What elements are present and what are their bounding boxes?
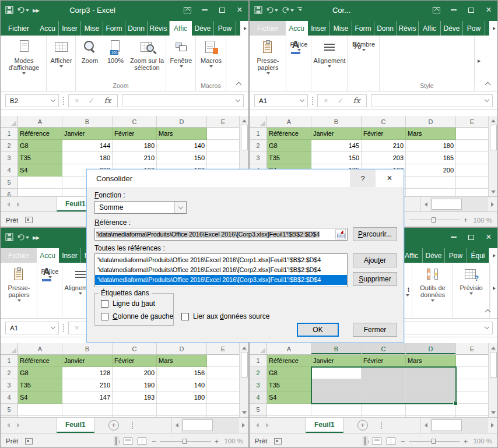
zoom-in-icon[interactable]: [464, 437, 468, 446]
cell-E5[interactable]: [456, 177, 489, 189]
cell-E6[interactable]: [207, 416, 240, 417]
cell-A2[interactable]: G8: [267, 140, 311, 152]
row-header-2[interactable]: 2: [1, 367, 18, 379]
cell-C5[interactable]: [113, 404, 157, 416]
column-header-D[interactable]: D: [157, 116, 207, 128]
zoom-level[interactable]: 100 %: [473, 217, 492, 224]
row-header-1[interactable]: 1: [250, 355, 267, 367]
view-modes-button[interactable]: Modes d'affichage: [3, 39, 45, 76]
cell-A1[interactable]: Référence: [18, 355, 62, 367]
row-header-4[interactable]: 4: [1, 164, 18, 177]
cancel-entry-icon[interactable]: ×: [75, 323, 79, 332]
cancel-entry-icon[interactable]: ×: [75, 96, 79, 105]
scroll-down-icon[interactable]: [489, 188, 497, 196]
cell-A2[interactable]: G8: [18, 367, 62, 379]
column-header-A[interactable]: A: [267, 343, 311, 355]
cell-E2[interactable]: [456, 140, 489, 152]
ribbon-tab-7[interactable]: Déve: [441, 21, 463, 36]
confirm-entry-icon[interactable]: ✓: [338, 96, 344, 105]
cell-B4[interactable]: 147: [62, 391, 113, 404]
row-header-5[interactable]: 5: [1, 177, 18, 189]
cell-C4[interactable]: [362, 391, 406, 404]
cell-C1[interactable]: Février: [362, 128, 406, 140]
cell-D6[interactable]: [406, 416, 456, 417]
row-header-3[interactable]: 3: [250, 379, 267, 391]
browse-button[interactable]: Parcourir...: [353, 227, 397, 241]
scroll-left-icon[interactable]: [172, 418, 181, 433]
horizontal-scrollbar[interactable]: [420, 418, 497, 433]
ribbon-tab-8[interactable]: Pow: [214, 21, 236, 36]
group-overflow-icon[interactable]: [475, 39, 482, 83]
vertical-scroll-thumb[interactable]: [241, 125, 248, 150]
cell-B2[interactable]: 144: [62, 140, 113, 152]
titlebar[interactable]: ▸▸ Corp3 - Excel ×: [1, 1, 248, 19]
reference-item-1[interactable]: '\data\mediaforma\Produits\Office 2016\E…: [95, 265, 347, 275]
number-button[interactable]: % Nombre: [349, 39, 378, 53]
view-normal-icon[interactable]: [114, 436, 118, 446]
ribbon-tab-1[interactable]: Inser: [308, 21, 330, 36]
row-header-2[interactable]: 2: [250, 367, 267, 379]
column-header-D[interactable]: D: [157, 343, 207, 355]
left-column-checkbox[interactable]: [101, 313, 108, 320]
prev-sheet-icon[interactable]: [5, 202, 10, 207]
row-header-4[interactable]: 4: [1, 391, 18, 404]
expand-formula-bar-icon[interactable]: [236, 97, 240, 102]
cell-D5[interactable]: [157, 404, 207, 416]
tab-overflow-button[interactable]: [240, 21, 248, 36]
row-header-3[interactable]: 3: [1, 379, 18, 391]
close-icon[interactable]: ×: [480, 1, 497, 19]
row-header-5[interactable]: 5: [250, 404, 267, 416]
vertical-scroll-thumb[interactable]: [490, 125, 497, 150]
window-button[interactable]: Fenêtre: [167, 39, 195, 69]
collapse-ribbon-icon[interactable]: [485, 81, 490, 86]
minimize-icon[interactable]: [445, 228, 462, 246]
row-header-1[interactable]: 1: [1, 355, 18, 367]
ribbon-tab-3[interactable]: Form: [103, 21, 125, 36]
expand-formula-bar-icon[interactable]: [485, 97, 489, 102]
cell-A2[interactable]: G8: [18, 140, 62, 152]
cell-E2[interactable]: [207, 367, 240, 379]
cell-C6[interactable]: [113, 416, 157, 417]
vertical-scrollbar[interactable]: [488, 116, 497, 196]
vertical-scrollbar[interactable]: [239, 343, 248, 417]
row-header-2[interactable]: 2: [250, 140, 267, 152]
cell-B2[interactable]: [311, 367, 362, 379]
cell-C3[interactable]: 203: [362, 152, 406, 164]
cell-B3[interactable]: 150: [311, 152, 362, 164]
titlebar[interactable]: Cor... ×: [250, 1, 497, 19]
column-header-A[interactable]: A: [267, 116, 311, 128]
cell-B4[interactable]: [311, 391, 362, 404]
scroll-up-icon[interactable]: [240, 343, 248, 352]
tab-fichier[interactable]: Fichier: [250, 21, 286, 36]
cell-E2[interactable]: [456, 367, 489, 379]
ribbon-display-icon[interactable]: [178, 1, 196, 19]
column-header-C[interactable]: C: [113, 343, 157, 355]
zoom-selection-button[interactable]: Zoom sur la sélection: [128, 39, 166, 71]
cell-E4[interactable]: [456, 391, 489, 404]
tab-fichier[interactable]: Fichier: [1, 21, 37, 36]
column-header-E[interactable]: E: [456, 116, 489, 128]
font-button[interactable]: A Police: [38, 266, 61, 280]
scroll-left-icon[interactable]: [421, 418, 430, 433]
cell-B5[interactable]: [311, 404, 362, 416]
ribbon-tab-4[interactable]: Donn: [125, 21, 148, 36]
horizontal-scroll-thumb[interactable]: [432, 419, 462, 431]
cell-B1[interactable]: Janvier: [62, 128, 113, 140]
redo-icon[interactable]: [282, 3, 294, 16]
row-header-6[interactable]: 6: [1, 416, 18, 417]
ribbon-display-icon[interactable]: [427, 1, 445, 19]
row-header-6[interactable]: 6: [250, 416, 267, 417]
reference-item-2[interactable]: '\data\mediaforma\Produits\Office 2016\E…: [95, 275, 347, 285]
cell-A5[interactable]: [18, 177, 62, 189]
select-all-corner[interactable]: [250, 116, 267, 128]
cell-D1[interactable]: Mars: [157, 128, 207, 140]
cell-D4[interactable]: 200: [406, 164, 456, 177]
row-header-1[interactable]: 1: [250, 128, 267, 140]
select-all-corner[interactable]: [1, 343, 18, 355]
ribbon-tab-7[interactable]: Déve: [192, 21, 214, 36]
formula-input[interactable]: [122, 94, 244, 107]
cell-B6[interactable]: [62, 416, 113, 417]
reference-input[interactable]: '\data\mediaforma\Produits\Office 2016\E…: [94, 228, 348, 241]
name-box[interactable]: A1: [5, 322, 59, 334]
tab-fichier[interactable]: Fichier: [1, 248, 37, 263]
